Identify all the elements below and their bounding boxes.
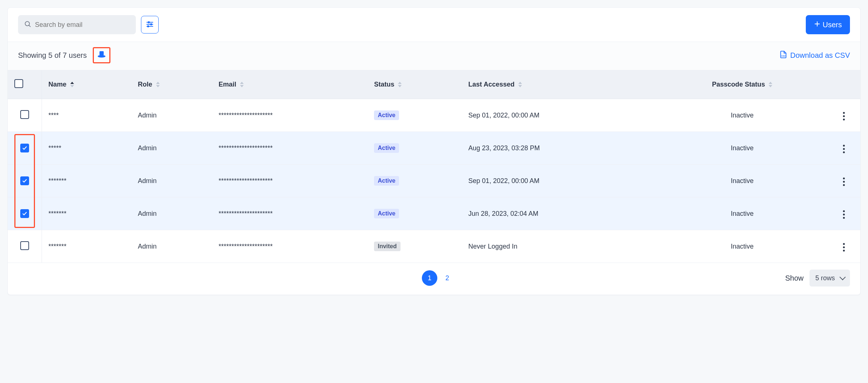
page-number[interactable]: 2 — [440, 270, 455, 286]
cell-email: ********************* — [212, 197, 367, 230]
pagination: 12 — [422, 270, 455, 286]
col-header-status[interactable]: Status — [367, 70, 462, 99]
users-table: Name Role — [8, 70, 860, 263]
svg-text:CSV: CSV — [781, 55, 786, 57]
row-checkbox[interactable] — [20, 144, 29, 152]
row-checkbox[interactable] — [20, 209, 29, 218]
cell-last-accessed: Jun 28, 2023, 02:04 AM — [462, 197, 657, 230]
search-icon — [24, 20, 31, 29]
col-label-passcode: Passcode Status — [712, 81, 765, 88]
row-actions-menu[interactable] — [841, 175, 847, 188]
cell-role: Admin — [131, 132, 212, 165]
svg-point-0 — [25, 21, 29, 26]
annotation-box-icon — [93, 47, 110, 63]
svg-marker-14 — [70, 85, 74, 87]
svg-marker-19 — [398, 82, 402, 84]
table-row: *******Admin*********************Invited… — [8, 230, 860, 263]
row-checkbox[interactable] — [20, 176, 29, 185]
add-user-button[interactable]: Users — [806, 15, 850, 34]
table-row: *******Admin*********************ActiveJ… — [8, 197, 860, 230]
svg-marker-21 — [518, 82, 522, 84]
download-csv-link[interactable]: CSV Download as CSV — [779, 50, 850, 60]
cell-passcode-status: Inactive — [657, 197, 827, 230]
download-csv-label: Download as CSV — [790, 51, 850, 60]
cell-status: Active — [367, 132, 462, 165]
cell-passcode-status: Inactive — [657, 132, 827, 165]
cell-status: Invited — [367, 230, 462, 263]
col-label-role: Role — [138, 81, 152, 88]
select-all-checkbox[interactable] — [14, 79, 23, 88]
show-label: Show — [785, 274, 804, 282]
cell-name: ***** — [42, 132, 131, 165]
table-row: ****Admin*********************ActiveSep … — [8, 99, 860, 132]
sort-icon — [518, 82, 522, 87]
svg-line-1 — [29, 25, 31, 27]
cell-last-accessed: Aug 23, 2023, 03:28 PM — [462, 132, 657, 165]
csv-file-icon: CSV — [779, 50, 787, 60]
col-header-role[interactable]: Role — [131, 70, 212, 99]
col-label-last-accessed: Last Accessed — [468, 81, 514, 88]
cell-email: ********************* — [212, 99, 367, 132]
table-footer: 12 Show 5 rows — [8, 263, 860, 295]
status-badge: Active — [374, 209, 399, 218]
add-user-label: Users — [823, 21, 842, 29]
col-header-email[interactable]: Email — [212, 70, 367, 99]
filter-button[interactable] — [141, 16, 159, 34]
cell-name: **** — [42, 99, 131, 132]
toolbar: Users — [8, 8, 860, 42]
svg-marker-22 — [518, 85, 522, 87]
showing-count: Showing 5 of 7 users — [18, 51, 87, 60]
svg-point-11 — [98, 55, 105, 58]
row-checkbox[interactable] — [20, 241, 29, 250]
col-header-actions — [827, 70, 860, 99]
status-badge: Invited — [374, 242, 401, 251]
svg-marker-15 — [156, 82, 160, 84]
rows-select[interactable]: 5 rows — [809, 270, 850, 287]
cell-email: ********************* — [212, 230, 367, 263]
col-header-select — [8, 70, 42, 99]
page-number[interactable]: 1 — [422, 270, 437, 286]
sort-icon — [398, 82, 402, 87]
cell-last-accessed: Sep 01, 2022, 00:00 AM — [462, 99, 657, 132]
col-header-last-accessed[interactable]: Last Accessed — [462, 70, 657, 99]
col-header-name[interactable]: Name — [42, 70, 131, 99]
cell-email: ********************* — [212, 165, 367, 197]
svg-marker-23 — [769, 82, 772, 84]
cell-status: Active — [367, 197, 462, 230]
cell-email: ********************* — [212, 132, 367, 165]
cell-last-accessed: Sep 01, 2022, 00:00 AM — [462, 165, 657, 197]
row-actions-menu[interactable] — [841, 110, 847, 123]
svg-marker-20 — [398, 85, 402, 87]
status-badge: Active — [374, 110, 399, 120]
sort-icon — [769, 82, 772, 87]
col-label-email: Email — [219, 81, 236, 88]
col-header-passcode[interactable]: Passcode Status — [657, 70, 827, 99]
sort-icon — [156, 82, 160, 87]
svg-point-7 — [148, 25, 149, 27]
search-wrap — [18, 15, 136, 34]
cell-role: Admin — [131, 230, 212, 263]
row-actions-menu[interactable] — [841, 208, 847, 221]
svg-point-5 — [151, 24, 152, 25]
col-label-name: Name — [49, 81, 67, 88]
rows-per-page: Show 5 rows — [785, 270, 850, 287]
row-actions-menu[interactable] — [841, 143, 847, 155]
status-badge: Active — [374, 143, 399, 153]
sort-icon — [70, 82, 74, 87]
cell-role: Admin — [131, 197, 212, 230]
search-input[interactable] — [35, 21, 130, 29]
cell-name: ******* — [42, 197, 131, 230]
row-checkbox[interactable] — [20, 110, 29, 119]
status-badge: Active — [374, 176, 399, 186]
svg-marker-24 — [769, 85, 772, 87]
cell-name: ******* — [42, 230, 131, 263]
table-wrap: Name Role — [8, 70, 860, 263]
top-hat-icon[interactable] — [97, 50, 106, 61]
cell-role: Admin — [131, 99, 212, 132]
cell-passcode-status: Inactive — [657, 165, 827, 197]
row-actions-menu[interactable] — [841, 241, 847, 254]
plus-icon — [814, 21, 821, 29]
users-card: Users Showing 5 of 7 users CSV Download … — [7, 7, 861, 295]
svg-marker-18 — [240, 85, 244, 87]
table-row: *****Admin*********************ActiveAug… — [8, 132, 860, 165]
